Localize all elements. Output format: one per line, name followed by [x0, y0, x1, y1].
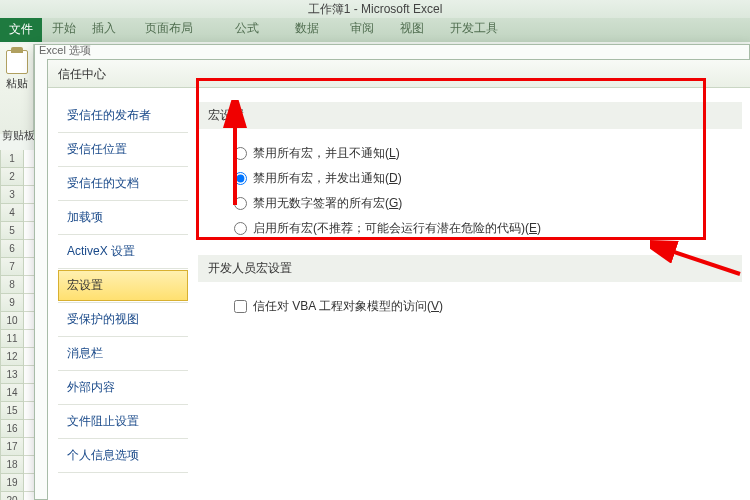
trust-vba-row[interactable]: 信任对 VBA 工程对象模型的访问(V) [198, 294, 750, 319]
ribbon-tab[interactable]: 视图 [400, 20, 424, 40]
ribbon-tab[interactable]: 数据 [295, 20, 319, 40]
developer-macro-header: 开发人员宏设置 [198, 255, 742, 282]
macro-option-3[interactable]: 启用所有宏(不推荐；可能会运行有潜在危险的代码)(E) [198, 216, 750, 241]
macro-label-3: 启用所有宏(不推荐；可能会运行有潜在危险的代码)(E) [253, 220, 541, 237]
nav-item-1[interactable]: 受信任位置 [58, 134, 188, 165]
nav-item-5[interactable]: 宏设置 [58, 270, 188, 301]
nav-item-6[interactable]: 受保护的视图 [58, 304, 188, 335]
macro-radio-3[interactable] [234, 222, 247, 235]
nav-item-4[interactable]: ActiveX 设置 [58, 236, 188, 267]
ribbon-tab[interactable]: 开发工具 [450, 20, 498, 40]
trust-center-dialog: 信任中心 受信任的发布者受信任位置受信任的文档加载项ActiveX 设置宏设置受… [47, 59, 750, 500]
nav-item-3[interactable]: 加载项 [58, 202, 188, 233]
macro-option-1[interactable]: 禁用所有宏，并发出通知(D) [198, 166, 750, 191]
ribbon-tab[interactable]: 开始 [52, 20, 76, 40]
nav-item-2[interactable]: 受信任的文档 [58, 168, 188, 199]
macro-option-2[interactable]: 禁用无数字签署的所有宏(G) [198, 191, 750, 216]
macro-label-2: 禁用无数字签署的所有宏(G) [253, 195, 402, 212]
nav-item-0[interactable]: 受信任的发布者 [58, 100, 188, 131]
macro-radio-2[interactable] [234, 197, 247, 210]
macro-radio-1[interactable] [234, 172, 247, 185]
ribbon-tab[interactable]: 插入 [92, 20, 116, 40]
macro-settings-header: 宏设置 [198, 102, 742, 129]
excel-options-dialog: Excel 选项 信任中心 受信任的发布者受信任位置受信任的文档加载项Activ… [34, 44, 750, 500]
macro-label-0: 禁用所有宏，并且不通知(L) [253, 145, 400, 162]
trust-center-title: 信任中心 [48, 60, 750, 88]
app-title-bar: 工作簿1 - Microsoft Excel [0, 0, 750, 18]
nav-item-8[interactable]: 外部内容 [58, 372, 188, 403]
macro-label-1: 禁用所有宏，并发出通知(D) [253, 170, 402, 187]
macro-radio-0[interactable] [234, 147, 247, 160]
file-tab[interactable]: 文件 [0, 18, 42, 42]
nav-item-10[interactable]: 个人信息选项 [58, 440, 188, 471]
excel-options-title: Excel 选项 [39, 43, 91, 58]
nav-item-9[interactable]: 文件阻止设置 [58, 406, 188, 437]
ribbon-tab[interactable]: 公式 [235, 20, 259, 40]
trust-vba-checkbox[interactable] [234, 300, 247, 313]
clipboard-group: 粘贴 [0, 44, 34, 134]
ribbon-tab[interactable]: 审阅 [350, 20, 374, 40]
ribbon-tab[interactable]: 页面布局 [145, 20, 193, 40]
row-headers: 1234567891011121314151617181920 [0, 150, 24, 500]
nav-item-7[interactable]: 消息栏 [58, 338, 188, 369]
trust-vba-label: 信任对 VBA 工程对象模型的访问(V) [253, 298, 443, 315]
clipboard-label: 剪贴板 [2, 128, 35, 143]
trust-center-nav: 受信任的发布者受信任位置受信任的文档加载项ActiveX 设置宏设置受保护的视图… [58, 100, 188, 474]
paste-icon[interactable] [6, 50, 28, 74]
trust-center-content: 宏设置 禁用所有宏，并且不通知(L)禁用所有宏，并发出通知(D)禁用无数字签署的… [198, 96, 750, 500]
paste-label: 粘贴 [0, 76, 33, 91]
macro-option-0[interactable]: 禁用所有宏，并且不通知(L) [198, 141, 750, 166]
